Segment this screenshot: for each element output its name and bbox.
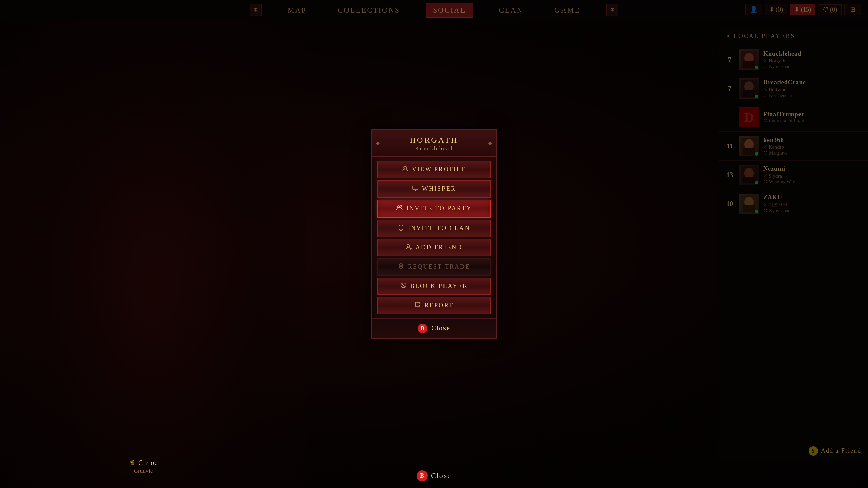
invite-to-party-button[interactable]: INVITE TO PARTY: [377, 200, 491, 218]
block-player-icon: [400, 282, 407, 290]
view-profile-label: VIEW PROFILE: [412, 166, 466, 173]
report-label: REPORT: [425, 302, 454, 309]
whisper-icon: [412, 185, 419, 193]
bottom-player-info: ♛ Cirroc Gruuvie: [129, 458, 158, 474]
modal-close-button[interactable]: B: [418, 324, 427, 333]
modal-body: VIEW PROFILE WHISPER INVITE TO PARTY: [372, 157, 496, 318]
modal-player-name: Knucklehead: [382, 145, 486, 152]
invite-clan-label: INVITE TO CLAN: [408, 225, 470, 232]
report-button[interactable]: REPORT: [377, 297, 491, 314]
report-icon: [414, 301, 421, 310]
add-friend-icon: [406, 243, 412, 252]
invite-party-icon: [396, 204, 403, 213]
whisper-button[interactable]: WHISPER: [377, 180, 491, 198]
svg-point-18: [399, 206, 401, 208]
svg-point-23: [407, 244, 410, 247]
add-friend-label: ADD FRIEND: [416, 244, 463, 251]
whisper-label: WHISPER: [422, 185, 456, 192]
modal-overlay: HORGATH Knucklehead VIEW PROFILE WHISPER: [0, 0, 868, 488]
svg-point-17: [397, 206, 399, 208]
request-trade-button[interactable]: REQUEST TRADE: [377, 258, 491, 276]
close-label: Close: [431, 471, 451, 480]
svg-line-27: [402, 283, 406, 287]
invite-clan-icon: [398, 224, 405, 232]
crown-icon: ♛: [129, 458, 136, 467]
b-button-icon: B: [417, 470, 428, 481]
block-player-label: BLOCK PLAYER: [410, 283, 468, 290]
svg-point-15: [404, 166, 407, 169]
modal-header: HORGATH Knucklehead: [372, 130, 496, 157]
modal-character-name: HORGATH: [382, 136, 486, 145]
player-context-modal: HORGATH Knucklehead VIEW PROFILE WHISPER: [371, 129, 497, 339]
view-profile-button[interactable]: VIEW PROFILE: [377, 161, 491, 178]
svg-rect-16: [413, 186, 418, 190]
bottom-player-details: ♛ Cirroc Gruuvie: [129, 458, 158, 474]
block-player-button[interactable]: BLOCK PLAYER: [377, 278, 491, 295]
request-trade-label: REQUEST TRADE: [408, 263, 470, 270]
modal-close-label: Close: [431, 324, 450, 332]
invite-party-label: INVITE TO PARTY: [406, 205, 472, 212]
request-trade-icon: [398, 263, 405, 271]
bottom-close[interactable]: B Close: [417, 470, 451, 481]
modal-footer: B Close: [372, 318, 496, 338]
view-profile-icon: [402, 165, 409, 174]
add-friend-button[interactable]: ADD FRIEND: [377, 239, 491, 256]
bottom-player-sub: Gruuvie: [129, 468, 158, 474]
invite-to-clan-button[interactable]: INVITE TO CLAN: [377, 220, 491, 237]
bottom-player-name: Cirroc: [138, 459, 158, 467]
